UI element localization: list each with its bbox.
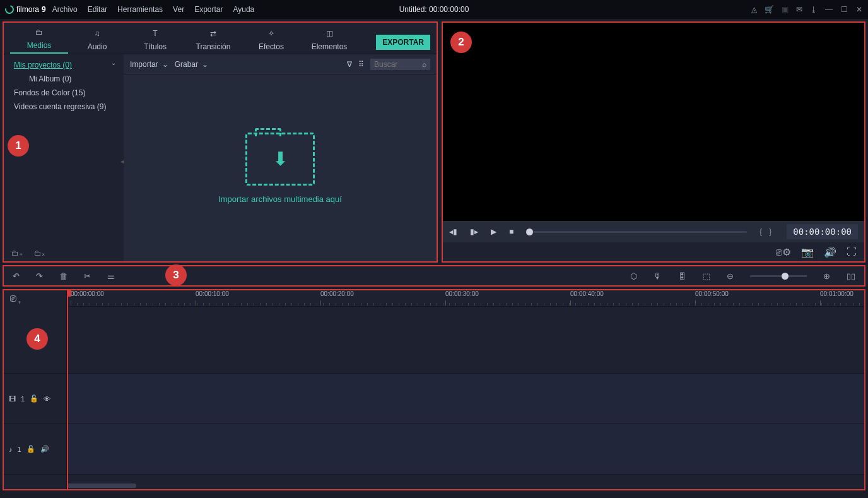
folder-icon: 🗀 bbox=[33, 28, 45, 39]
transition-icon: ⇄ bbox=[208, 29, 219, 40]
add-folder-icon[interactable]: 🗀₊ bbox=[11, 249, 23, 258]
video-track-1[interactable] bbox=[67, 374, 864, 424]
drop-folder-icon: ⬇ bbox=[245, 133, 315, 186]
menu-editar[interactable]: Editar bbox=[88, 5, 107, 14]
ruler-mark: 00:00:10:00 bbox=[196, 290, 229, 297]
tab-efectos[interactable]: ✧Efectos bbox=[242, 27, 300, 54]
video-track-header[interactable]: 🎞 1 🔓 👁 bbox=[4, 374, 66, 424]
delete-button[interactable]: 🗑 bbox=[59, 271, 67, 281]
account-icon[interactable]: ◬ bbox=[751, 5, 757, 14]
cut-button[interactable]: ✂ bbox=[84, 271, 91, 281]
tab-audio[interactable]: ♫Audio bbox=[68, 27, 126, 54]
adjust-button[interactable]: ⚌ bbox=[107, 271, 115, 281]
menu-ver[interactable]: Ver bbox=[173, 5, 184, 14]
seek-handle[interactable] bbox=[526, 228, 533, 235]
zoom-fit-icon[interactable]: ▯▯ bbox=[847, 271, 855, 281]
lock-icon[interactable]: 🔓 bbox=[26, 445, 35, 453]
horizontal-scrollbar[interactable] bbox=[67, 483, 136, 488]
drop-hint-text: Importar archivos multimedia aquí bbox=[218, 194, 342, 204]
preview-controls: ◂▮ ▮▸ ▶ ■ { } 00:00:00:00 bbox=[443, 221, 864, 242]
chevron-down-icon[interactable]: ⌄ bbox=[111, 59, 116, 66]
video-track-icon: 🎞 bbox=[9, 395, 16, 403]
effects-icon: ✧ bbox=[266, 29, 277, 40]
preview-seek-track[interactable] bbox=[526, 231, 747, 233]
music-note-icon: ♫ bbox=[91, 29, 103, 40]
timeline-tracks[interactable]: 00:00:00:00 00:00:10:00 00:00:20:00 00:0… bbox=[67, 290, 864, 489]
minimize-button[interactable]: — bbox=[825, 5, 833, 14]
media-content: Importar⌄ Grabar⌄ ∇ ⠿ ⌕ ⬇ Importar archi… bbox=[124, 54, 437, 261]
record-dropdown[interactable]: Grabar⌄ bbox=[175, 60, 208, 69]
playhead[interactable] bbox=[67, 290, 68, 489]
playhead-handle[interactable] bbox=[67, 290, 71, 297]
callout-4: 4 bbox=[26, 328, 48, 350]
prev-frame-button[interactable]: ◂▮ bbox=[449, 227, 457, 236]
preview-viewport[interactable] bbox=[443, 23, 864, 221]
close-button[interactable]: ✕ bbox=[855, 5, 863, 14]
volume-icon[interactable]: 🔊 bbox=[824, 246, 836, 258]
audio-track-icon: ♪ bbox=[9, 446, 13, 453]
add-track-button[interactable]: ⎚₊ bbox=[4, 290, 66, 307]
export-button[interactable]: EXPORTAR bbox=[376, 35, 430, 50]
menu-exportar[interactable]: Exportar bbox=[194, 5, 223, 14]
news-icon[interactable]: ▣ bbox=[782, 5, 789, 14]
menu-ayuda[interactable]: Ayuda bbox=[233, 5, 254, 14]
maximize-button[interactable]: ☐ bbox=[840, 5, 848, 14]
marker-icon[interactable]: ⬡ bbox=[630, 271, 637, 281]
titlebar: filmora9 Archivo Editar Herramientas Ver… bbox=[0, 0, 868, 19]
track-headers: ⎚₊ 🎞 1 🔓 👁 ♪ 1 🔓 🔊 bbox=[4, 290, 67, 489]
preview-footer: ⎚⚙ 📷 🔊 ⛶ bbox=[443, 242, 864, 261]
remove-folder-icon[interactable]: 🗀ₓ bbox=[34, 249, 45, 258]
tab-transicion[interactable]: ⇄Transición bbox=[184, 27, 242, 54]
search-box[interactable]: ⌕ bbox=[370, 59, 430, 70]
stop-button[interactable]: ■ bbox=[509, 227, 513, 236]
lock-icon[interactable]: 🔓 bbox=[30, 394, 38, 403]
play-button[interactable]: ▶ bbox=[491, 227, 496, 236]
fullscreen-icon[interactable]: ⛶ bbox=[847, 246, 857, 258]
elements-icon: ◫ bbox=[324, 29, 335, 40]
search-input[interactable] bbox=[374, 60, 418, 69]
tab-medios[interactable]: 🗀Medios bbox=[10, 25, 68, 54]
audio-track-header[interactable]: ♪ 1 🔓 🔊 bbox=[4, 424, 66, 475]
tree-videos-cuenta[interactable]: Videos cuenta regresiva (9) bbox=[4, 100, 124, 114]
tab-elementos[interactable]: ◫Elementos bbox=[300, 27, 358, 54]
media-drop-zone[interactable]: ⬇ Importar archivos multimedia aquí bbox=[124, 74, 437, 261]
tree-mi-album[interactable]: Mi Album (0) bbox=[4, 72, 124, 86]
cart-icon[interactable]: 🛒 bbox=[765, 5, 774, 14]
timeline-ruler[interactable]: 00:00:00:00 00:00:10:00 00:00:20:00 00:0… bbox=[67, 290, 864, 307]
collapse-sidebar-icon[interactable]: ◂ bbox=[120, 158, 124, 165]
snapshot-icon[interactable]: 📷 bbox=[801, 246, 814, 258]
import-dropdown[interactable]: Importar⌄ bbox=[130, 60, 168, 69]
audio-track-1[interactable] bbox=[67, 424, 864, 475]
undo-button[interactable]: ↶ bbox=[13, 271, 20, 281]
audio-mixer-icon[interactable]: 🎛 bbox=[678, 271, 686, 281]
filter-icon[interactable]: ∇ bbox=[347, 60, 352, 69]
ruler-mark: 00:01:00:00 bbox=[820, 290, 853, 297]
zoom-handle[interactable] bbox=[782, 273, 789, 280]
redo-button[interactable]: ↷ bbox=[36, 271, 43, 281]
zoom-in-icon[interactable]: ⊕ bbox=[823, 271, 830, 281]
eye-icon[interactable]: 👁 bbox=[44, 395, 50, 403]
timeline-panel: 4 ⎚₊ 🎞 1 🔓 👁 ♪ 1 🔓 🔊 00:00:00:00 00:00:1… bbox=[3, 289, 865, 490]
chevron-down-icon: ⌄ bbox=[202, 60, 208, 69]
menu-herramientas[interactable]: Herramientas bbox=[117, 5, 163, 14]
ruler-mark: 00:00:30:00 bbox=[445, 290, 479, 297]
sort-icon[interactable]: ⠿ bbox=[358, 60, 364, 69]
zoom-out-icon[interactable]: ⊖ bbox=[727, 271, 734, 281]
search-icon[interactable]: ⌕ bbox=[422, 60, 426, 69]
tab-titulos[interactable]: TTítulos bbox=[126, 27, 184, 54]
ruler-mark: 00:00:50:00 bbox=[695, 290, 729, 297]
speaker-icon[interactable]: 🔊 bbox=[40, 445, 49, 453]
mark-in-out[interactable]: { } bbox=[760, 227, 774, 236]
zoom-slider[interactable] bbox=[750, 275, 807, 277]
mail-icon[interactable]: ✉ bbox=[796, 5, 802, 14]
ruler-mark: 00:00:00:00 bbox=[71, 290, 104, 297]
download-icon[interactable]: ⭳ bbox=[810, 5, 818, 14]
tree-mis-proyectos[interactable]: Mis proyectos (0) bbox=[4, 58, 124, 72]
menu-archivo[interactable]: Archivo bbox=[52, 5, 78, 14]
quality-settings-icon[interactable]: ⎚⚙ bbox=[776, 246, 791, 258]
crop-icon[interactable]: ⬚ bbox=[703, 271, 710, 281]
next-frame-button[interactable]: ▮▸ bbox=[470, 227, 478, 236]
callout-1: 1 bbox=[8, 135, 29, 157]
voiceover-icon[interactable]: 🎙 bbox=[654, 271, 662, 281]
tree-fondos-color[interactable]: Fondos de Color (15) bbox=[4, 86, 124, 100]
